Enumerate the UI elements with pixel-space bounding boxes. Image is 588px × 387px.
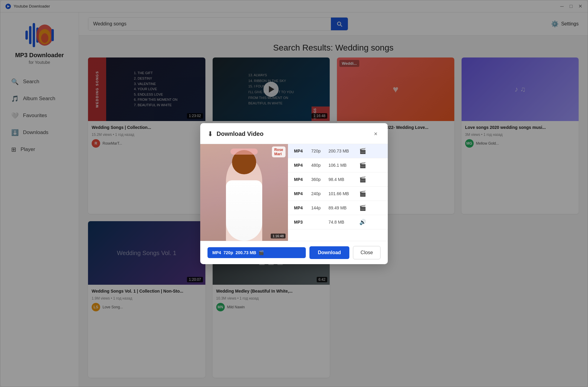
modal-video-preview: WEDDING SONGS 1. THE GIFT 2. DESTINY 3. … (200, 144, 288, 241)
format-quality-2: 360p (311, 177, 325, 182)
modal-close-footer-button[interactable]: Close (353, 246, 381, 259)
selected-type: MP4 (212, 250, 221, 255)
selected-format-icon: 🎬 (259, 250, 264, 255)
format-size-3: 101.66 MB (328, 191, 356, 196)
modal-formats: MP4 720p 200.73 MB 🎬 MP4 480p 106.1 MB 🎬… (288, 144, 388, 241)
selected-quality: 720p (224, 250, 233, 255)
format-icon-5: 🔊 (359, 219, 366, 225)
format-row-3[interactable]: MP4 240p 101.66 MB 🎬 (288, 187, 388, 201)
format-icon-4: 🎬 (359, 205, 366, 211)
format-row-1[interactable]: MP4 480p 106.1 MB 🎬 (288, 158, 388, 172)
modal-title: Download Video (217, 130, 367, 137)
download-header-icon: ⬇ (207, 130, 213, 138)
format-size-5: 74.8 MB (328, 220, 356, 225)
format-type-4: MP4 (294, 205, 308, 210)
format-size-1: 106.1 MB (328, 163, 356, 168)
modal-close-button[interactable]: × (371, 129, 381, 139)
modal-footer: MP4 720p 200.73 MB 🎬 Download Close (200, 241, 388, 264)
format-row-0[interactable]: MP4 720p 200.73 MB 🎬 (288, 144, 388, 158)
selected-size: 200.73 MB (236, 250, 256, 255)
format-type-1: MP4 (294, 163, 308, 168)
format-type-2: MP4 (294, 177, 308, 182)
format-quality-3: 240p (311, 191, 325, 196)
format-type-5: MP3 (294, 220, 308, 225)
format-type-3: MP4 (294, 191, 308, 196)
download-modal: ⬇ Download Video × WEDDING SONGS 1. THE … (200, 123, 388, 264)
format-row-2[interactable]: MP4 360p 98.4 MB 🎬 (288, 172, 388, 187)
format-size-0: 200.73 MB (328, 149, 356, 153)
format-row-4[interactable]: MP4 144p 89.49 MB 🎬 (288, 201, 388, 215)
format-icon-0: 🎬 (359, 148, 366, 154)
format-size-4: 89.49 MB (328, 205, 356, 210)
modal-body: WEDDING SONGS 1. THE GIFT 2. DESTINY 3. … (200, 144, 388, 241)
modal-overlay[interactable]: ⬇ Download Video × WEDDING SONGS 1. THE … (0, 0, 588, 387)
format-quality-1: 480p (311, 163, 325, 168)
format-size-2: 98.4 MB (328, 177, 356, 182)
format-icon-3: 🎬 (359, 190, 366, 197)
format-quality-0: 720p (311, 149, 325, 153)
format-icon-1: 🎬 (359, 162, 366, 169)
format-quality-4: 144p (311, 205, 325, 210)
format-icon-2: 🎬 (359, 176, 366, 183)
download-button[interactable]: Download (309, 246, 349, 259)
modal-header: ⬇ Download Video × (200, 123, 388, 144)
format-row-5[interactable]: MP3 74.8 MB 🔊 (288, 215, 388, 229)
format-type-0: MP4 (294, 149, 308, 153)
selected-format-badge: MP4 720p 200.73 MB 🎬 (207, 247, 306, 258)
